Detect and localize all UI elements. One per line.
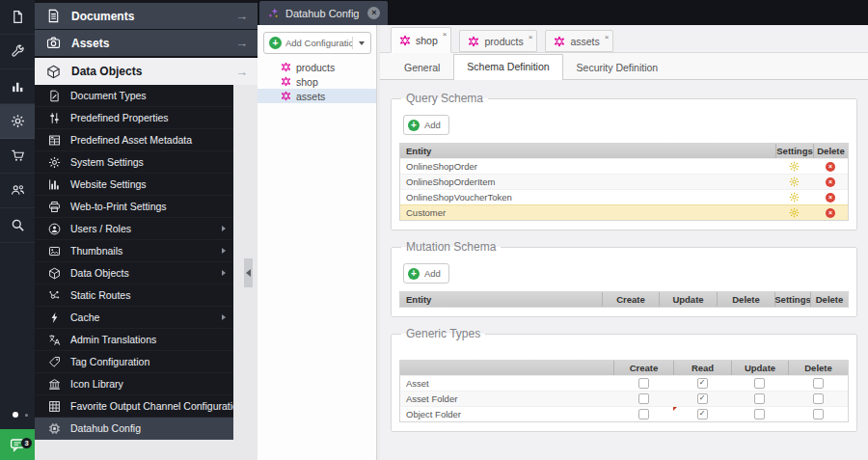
sidebar-item-label: Tag Configuration (70, 356, 149, 367)
sidebar-section-documents[interactable]: Documents→ (35, 3, 258, 29)
column-header-read[interactable]: Read (673, 361, 731, 375)
collapse-splitter-button[interactable] (244, 258, 253, 287)
sidebar-item-label: Predefined Asset Metadata (70, 134, 192, 146)
chevron-right-icon (222, 314, 226, 320)
sidebar-item-data-objects[interactable]: Data Objects (35, 262, 233, 284)
column-header-delete[interactable]: Delete (813, 144, 848, 158)
sidebar-item-icon-library[interactable]: Icon Library (35, 373, 233, 395)
checkbox-create[interactable] (638, 409, 649, 419)
sidebar-item-static-routes[interactable]: Static Routes (35, 284, 233, 307)
delete-icon[interactable]: × (826, 177, 835, 187)
add-configuration-button[interactable]: + Add Configuration (263, 32, 371, 54)
close-icon[interactable]: × (443, 30, 448, 39)
checkbox-update[interactable] (754, 378, 765, 389)
column-header-entity[interactable]: Entity (400, 292, 602, 307)
sidebar-item-document-types[interactable]: Document Types (35, 85, 233, 107)
sidebar-item-users-roles[interactable]: Users / Roles (35, 218, 233, 240)
create-cell (613, 376, 673, 391)
checkbox-create[interactable] (638, 393, 649, 404)
sidebar-section-assets[interactable]: Assets→ (35, 30, 258, 56)
tab-datahub-config[interactable]: Datahub Config × (259, 1, 388, 25)
delete-icon[interactable]: × (826, 193, 835, 203)
settings-cell (775, 190, 813, 204)
rail-item-users[interactable] (0, 174, 35, 208)
generic-row-object-folder[interactable]: Object Folder✓ (400, 406, 848, 421)
column-header-create[interactable]: Create (613, 361, 673, 375)
delete-icon[interactable]: × (826, 208, 835, 218)
checkbox-delete[interactable] (813, 378, 824, 389)
column-header-settings[interactable]: Settings (775, 144, 813, 158)
column-header-settings[interactable]: Settings (774, 292, 810, 307)
workspace-tab-products[interactable]: products× (459, 30, 537, 52)
rail-item-reports[interactable] (0, 69, 35, 104)
workspace-tab-shop[interactable]: shop× (391, 27, 451, 53)
query-row-Customer[interactable]: Customer× (400, 204, 848, 220)
rail-item-ecommerce[interactable] (0, 139, 35, 174)
schema-definition-content: Query Schema + Add EntitySettingsDeleteO… (380, 80, 868, 460)
mutation-add-button[interactable]: + Add (403, 263, 449, 284)
sidebar-item-label: Users / Roles (70, 223, 131, 234)
settings-gear-icon[interactable] (789, 161, 800, 172)
subtab-general[interactable]: General (391, 55, 453, 80)
configuration-list: productsshopassets (258, 60, 376, 103)
sidebar-item-predefined-asset-metadata[interactable]: Predefined Asset Metadata (35, 129, 233, 151)
tree-item-assets[interactable]: assets (258, 89, 376, 103)
checkbox-read[interactable]: ✓ (697, 378, 708, 389)
column-header-delete[interactable]: Delete (717, 292, 774, 307)
rail-item-search[interactable] (0, 208, 35, 243)
chevron-down-icon[interactable] (359, 41, 365, 45)
checkbox-update[interactable] (754, 393, 765, 404)
close-icon[interactable]: × (367, 7, 380, 19)
notifications-button[interactable]: 3 (0, 429, 35, 460)
rail-item-tools[interactable] (0, 35, 35, 69)
add-button-label: Add (424, 268, 441, 279)
sidebar-item-website-settings[interactable]: Website Settings (35, 174, 233, 196)
generic-row-asset-folder[interactable]: Asset Folder✓ (400, 391, 848, 406)
column-header-delete[interactable]: Delete (810, 292, 848, 307)
close-icon[interactable]: × (529, 33, 533, 41)
column-header-blank[interactable] (400, 361, 613, 375)
sidebar-item-predefined-properties[interactable]: Predefined Properties (35, 107, 233, 129)
settings-gear-icon[interactable] (789, 207, 800, 218)
column-header-create[interactable]: Create (602, 292, 659, 307)
query-row-OnlineShopOrder[interactable]: OnlineShopOrder× (400, 158, 848, 174)
query-schema-legend: Query Schema (401, 92, 488, 105)
sidebar-item-cache[interactable]: Cache (35, 307, 233, 329)
sidebar-item-web-to-print-settings[interactable]: Web-to-Print Settings (35, 196, 233, 218)
column-header-update[interactable]: Update (659, 292, 717, 307)
query-row-OnlineShopVoucherToken[interactable]: OnlineShopVoucherToken× (400, 189, 848, 204)
query-row-OnlineShopOrderItem[interactable]: OnlineShopOrderItem× (400, 174, 848, 189)
checkbox-delete[interactable] (813, 393, 824, 404)
sidebar-item-tag-configuration[interactable]: Tag Configuration (35, 351, 233, 373)
column-header-entity[interactable]: Entity (400, 144, 775, 158)
delete-icon[interactable]: × (826, 162, 835, 172)
sidebar-item-thumbnails[interactable]: Thumbnails (35, 240, 233, 262)
workspace-tab-assets[interactable]: assets× (545, 30, 613, 52)
tree-item-shop[interactable]: shop (258, 74, 376, 89)
settings-gear-icon[interactable] (789, 192, 800, 203)
column-header-delete[interactable]: Delete (788, 361, 848, 375)
main-tabbar: Datahub Config × (258, 0, 868, 25)
rail-item-settings[interactable] (0, 104, 35, 139)
tree-item-products[interactable]: products (258, 60, 376, 74)
cache-icon (48, 311, 61, 324)
subtab-schema-definition[interactable]: Schema Definition (453, 54, 562, 80)
checkbox-delete[interactable] (813, 409, 824, 419)
checkbox-update[interactable] (754, 409, 765, 419)
query-add-button[interactable]: + Add (403, 115, 449, 135)
checkbox-read[interactable]: ✓ (697, 409, 708, 419)
generic-row-asset[interactable]: Asset✓ (400, 375, 848, 391)
sidebar-item-favorite-output-channel-configurations[interactable]: Favorite Output Channel Configurations (35, 395, 233, 418)
checkbox-read[interactable]: ✓ (697, 393, 708, 404)
close-icon[interactable]: × (605, 33, 610, 41)
subtab-security-definition[interactable]: Security Definition (563, 55, 672, 80)
sidebar-item-datahub-config[interactable]: Datahub Config (35, 418, 233, 440)
sidebar-item-admin-translations[interactable]: Admin Translations (35, 329, 233, 351)
settings-gear-icon[interactable] (789, 176, 800, 187)
sidebar-item-system-settings[interactable]: System Settings (35, 151, 233, 174)
column-header-update[interactable]: Update (731, 361, 788, 375)
panel-splitter[interactable] (376, 25, 380, 460)
sidebar-section-data-objects[interactable]: Data Objects→ (35, 58, 258, 85)
rail-item-documents[interactable] (0, 0, 35, 35)
checkbox-create[interactable] (638, 378, 649, 389)
